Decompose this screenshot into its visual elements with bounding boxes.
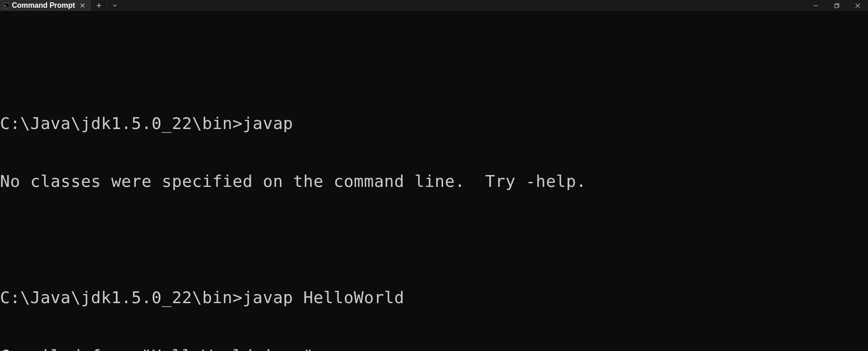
window-controls (805, 0, 868, 11)
terminal-line: C:\Java\jdk1.5.0_22\bin>javap HelloWorld (0, 288, 868, 307)
terminal-line: C:\Java\jdk1.5.0_22\bin>javap (0, 114, 868, 133)
tab-command-prompt[interactable]: Command Prompt (0, 0, 91, 11)
close-icon (855, 3, 860, 8)
svg-rect-0 (3, 3, 9, 8)
svg-rect-8 (834, 4, 837, 7)
terminal-line: No classes were specified on the command… (0, 172, 868, 191)
terminal-top-padding (0, 50, 868, 75)
close-window-button[interactable] (847, 0, 868, 11)
minimize-icon (813, 3, 818, 8)
new-tab-button[interactable] (91, 0, 107, 11)
terminal-line (0, 230, 868, 249)
tab-title-label: Command Prompt (12, 1, 76, 10)
close-icon (80, 3, 85, 8)
titlebar: Command Prompt (0, 0, 868, 11)
maximize-restore-icon (834, 3, 839, 8)
terminal-app-icon (3, 2, 9, 9)
chevron-down-icon (113, 3, 117, 8)
terminal-area[interactable]: C:\Java\jdk1.5.0_22\bin>javap No classes… (0, 11, 868, 351)
maximize-button[interactable] (826, 0, 847, 11)
tabbar (91, 0, 868, 11)
terminal-line: Compiled from "HelloWorld.java" (0, 346, 868, 351)
plus-icon (96, 3, 102, 8)
minimize-button[interactable] (805, 0, 826, 11)
tab-dropdown-button[interactable] (107, 0, 123, 11)
close-tab-button[interactable] (78, 1, 87, 10)
